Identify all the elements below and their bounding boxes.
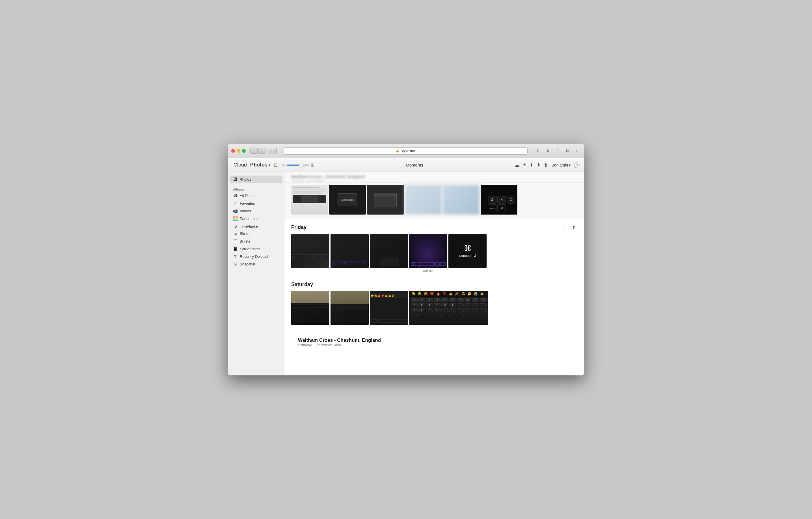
delete-button[interactable]: 🗑 (544, 163, 548, 167)
sidebar-toggle-button[interactable]: ⊟ (268, 148, 277, 154)
sidebar-item-snapchat[interactable]: 👻 Snapchat (230, 260, 283, 268)
help-button[interactable]: ? (574, 162, 580, 168)
address-bar[interactable]: 🔒 Apple Inc. (284, 147, 528, 155)
content-area: Waltham Cross - Cheshunt, England Thursd… (284, 172, 584, 375)
main-window: ‹ › ⊟ 🔒 Apple Inc. ↻ ⇩ ⇧ ⧉ + iCloud Phot… (228, 144, 584, 375)
photo-thumb-untitled[interactable]: ♡ (409, 234, 447, 268)
app-title: iCloud Photos ▾ (232, 162, 270, 168)
user-label: Benjamin (552, 163, 568, 167)
sidebar-item-bursts[interactable]: 📋 Bursts (230, 237, 283, 245)
add-to-album-friday[interactable]: + (561, 224, 568, 231)
sidebar-item-screenshots[interactable]: 📱 Screenshots (230, 245, 283, 253)
group-actions-friday: + ⬆ (561, 224, 577, 231)
photos-dropdown-button[interactable]: ▾ (269, 163, 270, 167)
group-header-friday: Friday + ⬆ (291, 224, 577, 231)
back-button[interactable]: ‹ (250, 148, 258, 154)
panoramas-label: Panoramas (240, 217, 258, 221)
sidebar-photos-label: Photos (240, 177, 251, 181)
zoom-large-icon: ⊞ (311, 162, 314, 168)
minimize-button[interactable] (237, 149, 240, 153)
photo-grid-saturday: 😀 😂 😍 ❤️ 🔥 👍 🎉 (291, 291, 577, 325)
photo-thumb[interactable] (330, 234, 369, 268)
photo-thumb-emoji-small[interactable]: 😀 😂 😍 ❤️ 🔥 👍 🎉 (370, 291, 408, 325)
browser-toolbar-right: ⇩ ⇧ ⧉ + (544, 148, 581, 154)
videos-label: Videos (240, 209, 251, 213)
photo-thumb-emoji-large[interactable]: 😀 😂 😍 ❤️ 🔥 💯 👍 🎉 😎 (409, 291, 488, 325)
photo-grid-friday: ♡ Untitled ⌘ command (291, 234, 577, 272)
upload-button[interactable]: ☁ (515, 162, 520, 168)
add-button[interactable]: + (523, 162, 526, 168)
reload-button[interactable]: ↻ (534, 148, 542, 154)
sidebar-toggle2-button[interactable]: ⊟ (274, 162, 278, 168)
timelapse-label: Time-lapse (240, 224, 258, 228)
recently-deleted-label: Recently Deleted (240, 254, 268, 259)
toolbar-actions: ☁ + ⬆ ⬇ 🗑 Benjamin ▾ ? (515, 162, 580, 168)
photo-caption-untitled: Untitled (409, 269, 447, 272)
photo-group-friday: Friday + ⬆ (291, 224, 577, 272)
photos-icon: 🖼 (233, 177, 237, 181)
videos-icon: 📹 (233, 209, 237, 213)
slomo-icon: ◎ (233, 232, 237, 236)
photo-thumb[interactable] (405, 185, 442, 214)
sidebar-item-panoramas[interactable]: 🌅 Panoramas (230, 215, 283, 222)
sidebar-item-favorites[interactable]: ♡ Favorites (230, 200, 283, 207)
saturday-title: Saturday (291, 282, 313, 287)
zoom-slider[interactable] (286, 165, 309, 166)
photo-thumb[interactable] (291, 234, 329, 268)
photo-thumb[interactable] (370, 234, 408, 268)
sidebar-item-photos[interactable]: 🖼 Photos (230, 176, 283, 183)
icloud-label: iCloud (232, 162, 247, 168)
bursts-label: Bursts (240, 239, 250, 243)
screenshots-icon: 📱 (233, 247, 237, 251)
photo-thumb[interactable] (291, 291, 329, 325)
address-text: Apple Inc. (401, 149, 416, 153)
photo-wrapper (330, 234, 369, 272)
photo-thumb[interactable] (367, 185, 404, 214)
photo-thumb-cmd[interactable]: ⌘ command (448, 234, 487, 268)
photo-thumb[interactable] (443, 185, 480, 214)
share-friday[interactable]: ⬆ (571, 224, 577, 231)
photo-thumb[interactable] (330, 291, 369, 325)
sidebar-item-slomo[interactable]: ◎ Slo-mo (230, 230, 283, 237)
top-location-title: Waltham Cross - Cheshunt, England (291, 174, 365, 179)
close-button[interactable] (231, 149, 235, 153)
sidebar-item-timelapse[interactable]: ⏱ Time-lapse (230, 223, 283, 230)
panoramas-icon: 🌅 (233, 216, 237, 221)
photo-wrapper (330, 291, 369, 325)
sidebar: 🖼 Photos Albums 🖼 All Photos ♡ Favorites… (228, 172, 284, 375)
main-layout: 🖼 Photos Albums 🖼 All Photos ♡ Favorites… (228, 172, 584, 375)
photos-label: Photos (250, 162, 267, 168)
photo-wrapper-untitled: ♡ Untitled (409, 234, 447, 272)
duplicate-tab-button[interactable]: ⧉ (563, 148, 571, 154)
sidebar-item-all-photos[interactable]: 🖼 All Photos (230, 192, 283, 199)
zoom-handle[interactable] (299, 163, 303, 167)
slomo-label: Slo-mo (240, 232, 251, 236)
group-header-saturday: Saturday (291, 282, 577, 287)
share-browser-button[interactable]: ⇧ (554, 148, 561, 154)
maximize-button[interactable] (242, 149, 246, 153)
zoom-control: ⊞ ⊞ (282, 162, 314, 168)
sidebar-photos-section: 🖼 Photos (228, 174, 284, 184)
photo-wrapper: 😀 😂 😍 ❤️ 🔥 💯 👍 🎉 😎 (409, 291, 488, 325)
content-inner: Friday + ⬆ (284, 219, 584, 353)
location-subtitle: Saturday · Shambrook Road (298, 343, 571, 347)
download-button[interactable]: ⇩ (544, 148, 552, 154)
app-toolbar: iCloud Photos ▾ ⊟ ⊞ ⊞ Moments ☁ + ⬆ ⬇ 🗑 … (228, 158, 584, 172)
photo-wrapper (370, 234, 408, 272)
user-menu[interactable]: Benjamin ▾ (552, 163, 571, 167)
new-tab-button[interactable]: + (573, 148, 581, 154)
sidebar-item-videos[interactable]: 📹 Videos (230, 207, 283, 214)
sidebar-item-recently-deleted[interactable]: 🗑 Recently Deleted (230, 253, 283, 260)
photo-thumb[interactable]: Dialog Box (329, 185, 366, 214)
share-button[interactable]: ⬆ (530, 162, 533, 168)
bottom-location-bar: Waltham Cross - Cheshunt, England Saturd… (291, 334, 577, 348)
photo-thumb[interactable] (291, 185, 328, 214)
photo-thumb[interactable]: Z X C option ⌘ (481, 185, 517, 214)
snapchat-label: Snapchat (240, 262, 255, 266)
import-button[interactable]: ⬇ (537, 162, 541, 168)
forward-button[interactable]: › (258, 148, 265, 154)
photo-group-saturday: Saturday (291, 282, 577, 325)
all-photos-label: All Photos (240, 194, 256, 198)
user-dropdown-icon: ▾ (569, 163, 571, 167)
view-mode-label: Moments (314, 163, 515, 167)
